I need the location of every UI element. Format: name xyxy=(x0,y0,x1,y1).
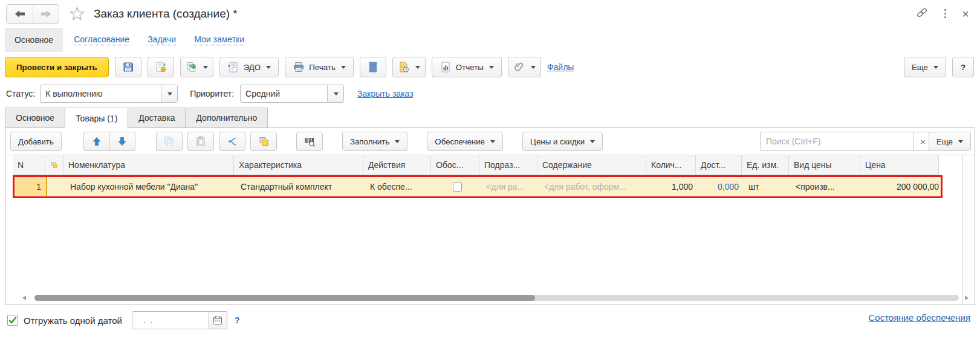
reports-button[interactable]: Отчеты xyxy=(432,57,502,77)
forward-button[interactable] xyxy=(33,5,59,23)
scroll-left-icon[interactable] xyxy=(22,295,26,300)
cell-department[interactable]: <для ра... xyxy=(481,177,539,196)
command-bar: Провести и закрыть ЭДО Печать xyxy=(0,52,980,82)
move-up-button[interactable] xyxy=(84,132,109,150)
split-row-button[interactable] xyxy=(219,132,245,151)
edo-icon xyxy=(227,61,239,73)
nav-tab-main[interactable]: Основное xyxy=(5,28,63,52)
table-row-selected[interactable]: 1 Набор кухонной мебели "Диана" Стандарт… xyxy=(13,175,943,198)
history-nav-group xyxy=(6,4,59,24)
checkmark-icon xyxy=(8,317,17,324)
tab-delivery[interactable]: Доставка xyxy=(128,108,186,127)
cell-actions[interactable]: К обеспе... xyxy=(365,177,433,196)
cell-characteristic-flag[interactable] xyxy=(47,177,65,196)
barcode-scan-button[interactable] xyxy=(296,132,323,151)
ship-date-help-link[interactable]: ? xyxy=(235,315,240,325)
cell-price[interactable]: 200 000,00 xyxy=(862,177,941,196)
more-menu-icon[interactable] xyxy=(943,8,947,19)
copy-link-icon[interactable] xyxy=(915,6,929,21)
save-button[interactable] xyxy=(115,57,141,77)
nav-link-my-notes[interactable]: Мои заметки xyxy=(194,34,244,45)
cell-nomenclature[interactable]: Набор кухонной мебели "Диана" xyxy=(65,177,236,196)
tab-goods[interactable]: Товары (1) xyxy=(65,108,128,128)
column-header-content[interactable]: Содержание xyxy=(537,155,646,175)
cell-quantity[interactable]: 1,000 xyxy=(648,177,698,196)
cell-characteristic[interactable]: Стандартный комплект xyxy=(236,177,365,196)
column-header-unit[interactable]: Ед. изм. xyxy=(742,155,789,175)
cell-price-kind[interactable]: <произв... xyxy=(791,177,862,196)
status-label: Статус: xyxy=(6,89,35,98)
print-button[interactable]: Печать xyxy=(285,57,354,77)
status-dropdown-button[interactable] xyxy=(161,85,177,102)
files-link[interactable]: Файлы xyxy=(547,62,574,72)
nav-link-tasks[interactable]: Задачи xyxy=(148,34,176,45)
scrollbar-thumb[interactable] xyxy=(34,295,535,301)
reminder-button[interactable] xyxy=(392,57,426,77)
grid-more-button[interactable]: Еще xyxy=(929,132,971,151)
tab-main[interactable]: Основное xyxy=(5,108,65,127)
supply-button[interactable]: Обеспечение xyxy=(427,132,503,151)
status-value: К выполнению xyxy=(41,85,161,102)
cell-shipped[interactable]: 0,000 xyxy=(698,177,744,196)
priority-value: Средний xyxy=(241,85,327,102)
cell-unit[interactable]: шт xyxy=(744,177,791,196)
status-row: Статус: К выполнению Приоритет: Средний … xyxy=(0,82,980,108)
status-combo[interactable]: К выполнению xyxy=(40,85,178,103)
search-input[interactable] xyxy=(760,132,914,151)
column-header-quantity[interactable]: Колич... xyxy=(646,155,696,175)
ship-date-input[interactable]: . . xyxy=(132,311,209,329)
column-header-department[interactable]: Подраз... xyxy=(479,155,537,175)
titlebar-actions: × xyxy=(915,6,969,21)
add-row-button[interactable]: Добавить xyxy=(10,132,62,151)
column-header-actions[interactable]: Действия xyxy=(363,155,431,175)
grid-toolbar: Добавить xyxy=(5,128,975,155)
copy-row-button[interactable] xyxy=(156,132,183,151)
cell-justification[interactable] xyxy=(433,177,481,196)
dropdown-caret xyxy=(341,66,346,69)
vertical-scrollbar-track[interactable] xyxy=(962,155,963,305)
priority-combo[interactable]: Средний xyxy=(240,85,344,103)
back-button[interactable] xyxy=(7,5,33,23)
post-document-button[interactable] xyxy=(148,57,174,77)
scroll-right-icon[interactable] xyxy=(965,295,969,300)
edo-button[interactable]: ЭДО xyxy=(219,57,279,77)
cell-row-number[interactable]: 1 xyxy=(15,177,47,196)
move-row-group xyxy=(83,132,135,151)
characteristics-button[interactable] xyxy=(250,132,277,151)
favorite-star-icon[interactable] xyxy=(69,6,85,22)
column-header-price[interactable]: Цена xyxy=(860,155,939,175)
column-header-shipped[interactable]: Дост... xyxy=(696,155,742,175)
structure-button[interactable] xyxy=(360,57,386,77)
tab-additional[interactable]: Дополнительно xyxy=(185,108,268,127)
close-order-link[interactable]: Закрыть заказ xyxy=(357,89,414,98)
help-button[interactable]: ? xyxy=(952,57,974,77)
column-header-n[interactable]: N xyxy=(13,155,45,175)
dropdown-caret xyxy=(489,66,494,69)
chevron-down-icon xyxy=(167,92,172,95)
column-header-nomenclature[interactable]: Номенклатура xyxy=(63,155,234,175)
cell-content[interactable]: <для работ, оформ... xyxy=(539,177,648,196)
calendar-button[interactable] xyxy=(209,311,227,329)
paste-row-button[interactable] xyxy=(187,132,214,151)
priority-dropdown-button[interactable] xyxy=(327,85,343,102)
paperclip-icon xyxy=(513,61,525,73)
column-header-price-kind[interactable]: Вид цены xyxy=(789,155,860,175)
column-header-characteristic[interactable]: Характеристика xyxy=(234,155,363,175)
create-based-on-button[interactable] xyxy=(180,57,213,77)
prices-discounts-button[interactable]: Цены и скидки xyxy=(522,132,603,151)
close-icon[interactable]: × xyxy=(962,8,969,20)
horizontal-scrollbar[interactable] xyxy=(11,294,959,302)
move-down-button[interactable] xyxy=(109,132,135,150)
supply-status-link[interactable]: Состояние обеспечения xyxy=(868,312,970,323)
ship-one-date-checkbox[interactable] xyxy=(7,315,18,326)
post-and-close-button[interactable]: Провести и закрыть xyxy=(5,57,109,77)
column-header-justification[interactable]: Обос... xyxy=(431,155,479,175)
column-header-characteristic-icon[interactable] xyxy=(45,155,63,175)
justification-checkbox[interactable] xyxy=(453,182,462,192)
nav-link-approval[interactable]: Согласование xyxy=(74,34,129,45)
fill-label: Заполнить xyxy=(350,137,389,146)
more-button[interactable]: Еще xyxy=(904,57,946,77)
fill-button[interactable]: Заполнить xyxy=(342,132,407,151)
attachments-button[interactable] xyxy=(508,57,541,77)
dropdown-caret xyxy=(933,66,938,69)
